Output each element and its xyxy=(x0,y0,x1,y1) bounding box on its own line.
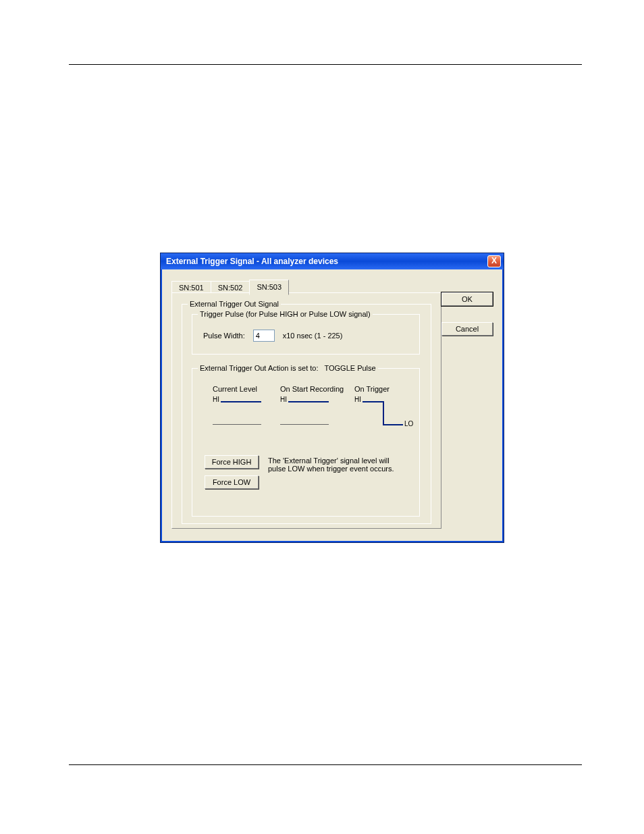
col-start: On Start Recording xyxy=(280,385,354,393)
trigger-lo-label: LO xyxy=(404,420,413,427)
group-ext-trigger-out-legend: External Trigger Out Signal xyxy=(188,300,281,308)
pulse-width-input[interactable] xyxy=(253,330,275,342)
start-hi-line xyxy=(288,401,329,402)
force-high-button[interactable]: Force HIGH xyxy=(205,455,259,469)
tab-sn503[interactable]: SN:503 xyxy=(249,280,289,295)
pulse-width-row: Pulse Width: x10 nsec (1 - 225) xyxy=(203,330,342,342)
signal-area: HI HI HI LO xyxy=(213,396,408,436)
trigger-hi-label: HI xyxy=(354,396,361,403)
group-action-legend: External Trigger Out Action is set to: T… xyxy=(198,364,378,372)
pulse-width-units: x10 nsec (1 - 225) xyxy=(283,332,343,340)
trigger-fall-edge xyxy=(383,401,384,424)
current-hi-line xyxy=(221,401,261,402)
force-explain: The 'External Trigger' signal level will… xyxy=(268,455,403,473)
trigger-lo-heavy xyxy=(383,424,403,425)
trigger-hi-line xyxy=(363,401,383,402)
col-current: Current Level xyxy=(213,385,280,393)
cancel-button[interactable]: Cancel xyxy=(441,322,493,336)
page-rule-top xyxy=(69,64,582,65)
col-trigger: On Trigger xyxy=(354,385,408,393)
start-lo-line xyxy=(280,424,329,425)
dialog-client: SN:501 SN:502 SN:503 External Trigger Ou… xyxy=(161,269,504,542)
dialog-title: External Trigger Signal - All analyzer d… xyxy=(166,257,338,266)
start-hi-label: HI xyxy=(280,396,287,403)
ok-button[interactable]: OK xyxy=(441,292,493,306)
group-trigger-pulse-legend: Trigger Pulse (for Pulse HIGH or Pulse L… xyxy=(198,310,373,318)
force-low-button[interactable]: Force LOW xyxy=(205,475,259,489)
force-row: Force HIGH Force LOW The 'External Trigg… xyxy=(205,455,403,489)
current-lo-line xyxy=(213,424,261,425)
tab-pane: External Trigger Out Signal Trigger Puls… xyxy=(171,292,441,529)
group-trigger-pulse: Trigger Pulse (for Pulse HIGH or Pulse L… xyxy=(192,314,420,355)
close-icon[interactable]: X xyxy=(487,255,501,267)
titlebar[interactable]: External Trigger Signal - All analyzer d… xyxy=(161,253,504,269)
action-headers: Current Level On Start Recording On Trig… xyxy=(213,385,408,393)
group-action: External Trigger Out Action is set to: T… xyxy=(192,368,420,517)
page-rule-bottom xyxy=(69,764,582,765)
current-hi-label: HI xyxy=(213,396,219,403)
pulse-width-label: Pulse Width: xyxy=(203,332,245,340)
action-legend-value: TOGGLE Pulse xyxy=(324,364,375,372)
external-trigger-dialog: External Trigger Signal - All analyzer d… xyxy=(161,253,504,542)
action-legend-prefix: External Trigger Out Action is set to: xyxy=(200,364,318,372)
group-ext-trigger-out: External Trigger Out Signal Trigger Puls… xyxy=(182,304,431,524)
